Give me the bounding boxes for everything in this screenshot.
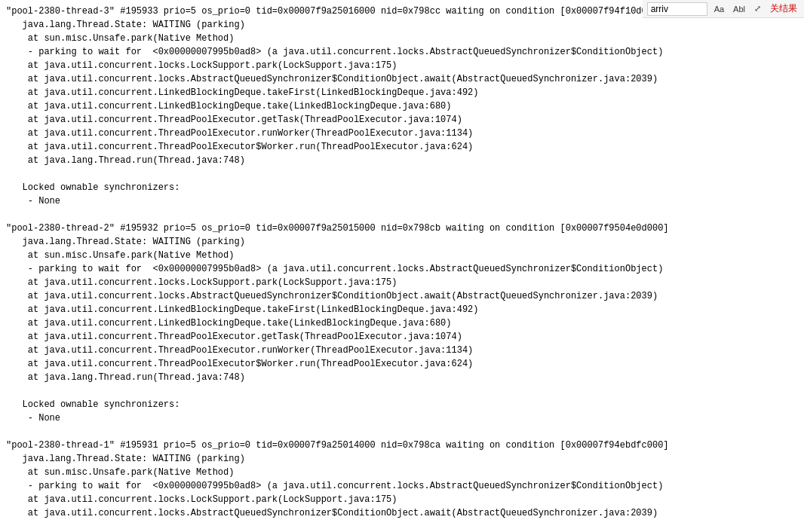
search-input[interactable] bbox=[647, 2, 707, 16]
thread-line: at java.util.concurrent.ThreadPoolExecut… bbox=[6, 128, 473, 139]
thread-line: at sun.misc.Unsafe.park(Native Method) bbox=[6, 250, 234, 261]
thread-line: - parking to wait for <0x00000007995b0ad… bbox=[6, 47, 663, 57]
thread-line: - parking to wait for <0x00000007995b0ad… bbox=[6, 264, 663, 274]
thread-header: "pool-2380-thread-2" #195932 prio=5 os_p… bbox=[6, 223, 669, 234]
thread-line: at java.util.concurrent.LinkedBlockingDe… bbox=[6, 318, 452, 329]
font-format-button[interactable]: Aa bbox=[712, 4, 726, 14]
thread-line: - None bbox=[6, 413, 60, 423]
close-results-button[interactable]: 关结果 bbox=[768, 2, 799, 16]
thread-line: at java.util.concurrent.locks.LockSuppor… bbox=[6, 60, 397, 71]
thread-line: at java.util.concurrent.ThreadPoolExecut… bbox=[6, 142, 473, 152]
case-sensitive-button[interactable]: Abl bbox=[731, 4, 747, 14]
thread-line: at java.util.concurrent.locks.AbstractQu… bbox=[6, 508, 658, 518]
thread-line: at java.util.concurrent.locks.LockSuppor… bbox=[6, 277, 397, 288]
thread-line: - None bbox=[6, 196, 60, 206]
thread-line: Locked ownable synchronizers: bbox=[6, 182, 180, 193]
thread-line: at java.util.concurrent.ThreadPoolExecut… bbox=[6, 115, 462, 125]
thread-dump-content: "pool-2380-thread-3" #195933 prio=5 os_p… bbox=[0, 0, 804, 532]
thread-line: - parking to wait for <0x00000007995b0ad… bbox=[6, 481, 663, 491]
thread-header: "pool-2380-thread-3" #195933 prio=5 os_p… bbox=[6, 6, 669, 17]
thread-line: at java.util.concurrent.LinkedBlockingDe… bbox=[6, 87, 479, 98]
thread-line: java.lang.Thread.State: WAITING (parking… bbox=[6, 237, 245, 247]
thread-line: at java.util.concurrent.ThreadPoolExecut… bbox=[6, 345, 473, 356]
thread-line: at java.util.concurrent.locks.AbstractQu… bbox=[6, 291, 658, 301]
thread-line: at java.lang.Thread.run(Thread.java:748) bbox=[6, 155, 245, 166]
thread-line: Locked ownable synchronizers: bbox=[6, 399, 180, 410]
resize-button[interactable]: ⤢ bbox=[752, 3, 763, 14]
thread-line: at java.lang.Thread.run(Thread.java:748) bbox=[6, 372, 245, 383]
thread-line: java.lang.Thread.State: WAITING (parking… bbox=[6, 20, 245, 30]
thread-line: at java.util.concurrent.ThreadPoolExecut… bbox=[6, 359, 473, 369]
search-toolbar: Aa Abl ⤢ 关结果 bbox=[643, 0, 804, 18]
thread-line: at java.util.concurrent.locks.LockSuppor… bbox=[6, 494, 397, 505]
thread-line: at java.util.concurrent.LinkedBlockingDe… bbox=[6, 304, 479, 315]
thread-line: at sun.misc.Unsafe.park(Native Method) bbox=[6, 33, 234, 44]
thread-header: "pool-2380-thread-1" #195931 prio=5 os_p… bbox=[6, 440, 669, 451]
thread-line: at java.util.concurrent.LinkedBlockingDe… bbox=[6, 101, 452, 112]
thread-line: at java.util.concurrent.ThreadPoolExecut… bbox=[6, 332, 462, 342]
thread-line: java.lang.Thread.State: WAITING (parking… bbox=[6, 454, 245, 464]
thread-line: at sun.misc.Unsafe.park(Native Method) bbox=[6, 467, 234, 478]
thread-line: at java.util.concurrent.locks.AbstractQu… bbox=[6, 74, 658, 84]
